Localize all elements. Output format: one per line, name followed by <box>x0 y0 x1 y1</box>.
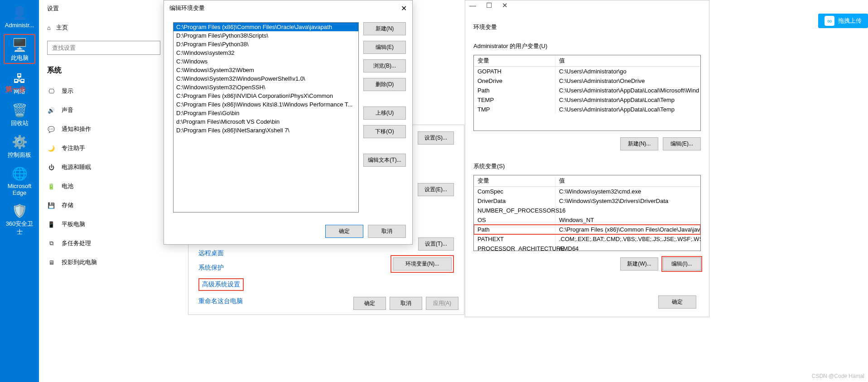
table-row[interactable]: GOPATHC:\Users\Administrator\go <box>474 67 700 76</box>
table-row[interactable]: PROCESSOR_ARCHITECTUREAMD64 <box>474 244 700 251</box>
user-edit-button[interactable]: 编辑(E)... <box>663 137 701 150</box>
table-row[interactable]: ComSpecC:\Windows\system32\cmd.exe <box>474 187 700 196</box>
env-var-button[interactable]: 环境变量(N)... <box>393 257 452 271</box>
var-name: PROCESSOR_ARCHITECTURE <box>474 244 555 251</box>
var-value: C:\Users\Administrator\AppData\Local\Tem… <box>555 95 700 105</box>
sys-var-table[interactable]: 变量 值 ComSpecC:\Windows\system32\cmd.exeD… <box>473 175 701 251</box>
table-row[interactable]: PathC:\Users\Administrator\AppData\Local… <box>474 86 700 95</box>
desktop-icon-edge[interactable]: 🌐Microsoft Edge <box>4 164 35 196</box>
var-value: C:\Windows\System32\Drivers\DriverData <box>555 196 700 206</box>
delete-button[interactable]: 删除(D) <box>363 78 406 91</box>
move-up-button[interactable]: 上移(U) <box>363 106 406 120</box>
this-pc-icon: 🖥️ <box>10 36 29 54</box>
var-name: GOPATH <box>474 67 555 76</box>
env-ok-button[interactable]: 确定 <box>658 295 696 309</box>
table-row[interactable]: PATHEXT.COM;.EXE;.BAT;.CMD;.VBS;.VBE;.JS… <box>474 234 700 244</box>
move-down-button[interactable]: 下移(O) <box>363 125 406 138</box>
var-name: TEMP <box>474 95 555 105</box>
search-input[interactable] <box>47 41 160 55</box>
table-row[interactable]: NUMBER_OF_PROCESSORS16 <box>474 206 700 215</box>
var-value: C:\Users\Administrator\AppData\Local\Mic… <box>555 86 700 95</box>
desktop-icon-administrator[interactable]: 👤Administr... <box>4 4 35 29</box>
path-item[interactable]: C:\Program Files (x86)\Windows Kits\8.1\… <box>174 100 358 109</box>
link-rename[interactable]: 重命名这台电脑 <box>198 297 244 305</box>
link-protect[interactable]: 系统保护 <box>198 264 244 272</box>
icon-label: 回收站 <box>11 119 29 127</box>
nav-label: 电源和睡眠 <box>62 163 91 171</box>
edit-text-button[interactable]: 编辑文本(T)... <box>363 154 406 167</box>
var-value: 16 <box>555 206 700 215</box>
edit-button[interactable]: 编辑(E) <box>363 41 406 54</box>
icon-label: 360安全卫士 <box>4 220 35 236</box>
path-item[interactable]: D:\Program Files\Python38\Scripts\ <box>174 31 358 40</box>
360-safe-icon: 🛡️ <box>10 202 29 220</box>
new-button[interactable]: 新建(N) <box>363 22 406 35</box>
desktop-icon-this-pc[interactable]: 🖥️此电脑 <box>4 34 35 64</box>
user-var-table[interactable]: 变量 值 GOPATHC:\Users\Administrator\goOneD… <box>473 55 701 131</box>
close-icon[interactable]: ✕ <box>401 4 407 13</box>
var-name: TMP <box>474 105 555 114</box>
var-name: Path <box>474 225 555 234</box>
path-item[interactable]: C:\Windows\System32\OpenSSH\ <box>174 83 358 92</box>
settings-t-button[interactable]: 设置(T)... <box>418 237 454 251</box>
path-item[interactable]: d:\Program Files\Microsoft VS Code\bin <box>174 117 358 126</box>
var-value: AMD64 <box>555 244 700 251</box>
icon-label: Administr... <box>5 22 34 29</box>
table-row[interactable]: OneDriveC:\Users\Administrator\OneDrive <box>474 76 700 86</box>
table-row[interactable]: TEMPC:\Users\Administrator\AppData\Local… <box>474 95 700 105</box>
sysprops-cancel[interactable]: 取消 <box>390 297 422 310</box>
settings-s-button[interactable]: 设置(S)... <box>418 131 454 145</box>
path-list[interactable]: C:\Program Files (x86)\Common Files\Orac… <box>173 22 359 213</box>
nav-icon: 🖵 <box>47 88 55 95</box>
sys-edit-button[interactable]: 编辑(I)... <box>663 257 701 271</box>
nav-icon: 📱 <box>47 221 55 228</box>
browse-button[interactable]: 浏览(B)... <box>363 59 406 73</box>
upload-label: 拖拽上传 <box>838 17 862 25</box>
path-item[interactable]: D:\Program Files\Go\bin <box>174 109 358 117</box>
nav-label: 投影到此电脑 <box>62 258 97 266</box>
path-item[interactable]: D:\Program Files\Python38\ <box>174 40 358 48</box>
maximize-icon[interactable]: ☐ <box>486 1 492 10</box>
path-item[interactable]: C:\Program Files (x86)\Common Files\Orac… <box>174 23 358 31</box>
ok-button[interactable]: 确定 <box>325 225 363 238</box>
table-row[interactable]: TMPC:\Users\Administrator\AppData\Local\… <box>474 105 700 114</box>
path-item[interactable]: D:\Program Files (x86)\NetSarang\Xshell … <box>174 126 358 135</box>
nav-label: 显示 <box>62 87 73 95</box>
table-row[interactable]: OSWindows_NT <box>474 215 700 225</box>
link-remote[interactable]: 远程桌面 <box>198 249 244 257</box>
minimize-icon[interactable]: — <box>469 1 476 10</box>
sysprops-ok[interactable]: 确定 <box>353 297 386 310</box>
step1-label: 第一步 <box>5 85 26 94</box>
nav-icon: ⏻ <box>47 164 55 171</box>
nav-icon: 🔊 <box>47 107 55 114</box>
path-item[interactable]: C:\Program Files (x86)\NVIDIA Corporatio… <box>174 92 358 100</box>
user-new-button[interactable]: 新建(N)... <box>620 137 658 150</box>
desktop-icon-control-panel[interactable]: ⚙️控制面板 <box>4 133 35 159</box>
desktop-icon-recycle-bin[interactable]: 🗑️回收站 <box>4 101 35 127</box>
path-item[interactable]: C:\Windows <box>174 57 358 66</box>
var-value: C:\Windows\system32\cmd.exe <box>555 187 700 196</box>
administrator-icon: 👤 <box>10 4 29 22</box>
path-item[interactable]: C:\Windows\System32\WindowsPowerShell\v1… <box>174 74 358 83</box>
close-icon[interactable]: ✕ <box>502 1 508 10</box>
path-item[interactable]: C:\Windows\System32\Wbem <box>174 66 358 74</box>
icon-label: Microsoft Edge <box>4 183 35 196</box>
related-links: 远程桌面 系统保护 高级系统设置 重命名这台电脑 <box>198 249 244 305</box>
link-advanced[interactable]: 高级系统设置 <box>198 278 244 291</box>
settings-e-button[interactable]: 设置(E)... <box>418 183 454 196</box>
sysprops-apply: 应用(A) <box>426 297 458 310</box>
nav-label: 声音 <box>62 106 73 114</box>
cancel-button[interactable]: 取消 <box>368 225 406 238</box>
sys-new-button[interactable]: 新建(W)... <box>620 257 658 271</box>
nav-icon: 🔋 <box>47 183 55 190</box>
nav-icon: 🌙 <box>47 145 55 152</box>
upload-widget[interactable]: ∞ 拖拽上传 <box>818 14 868 28</box>
var-name: OS <box>474 215 555 225</box>
network-icon: 🖧 <box>10 69 29 87</box>
desktop-icon-360-safe[interactable]: 🛡️360安全卫士 <box>4 202 35 236</box>
table-row[interactable]: PathC:\Program Files (x86)\Common Files\… <box>474 225 700 234</box>
control-panel-icon: ⚙️ <box>10 133 29 151</box>
table-row[interactable]: DriverDataC:\Windows\System32\Drivers\Dr… <box>474 196 700 206</box>
path-item[interactable]: C:\Windows\system32 <box>174 48 358 57</box>
home-icon: ⌂ <box>47 24 51 31</box>
